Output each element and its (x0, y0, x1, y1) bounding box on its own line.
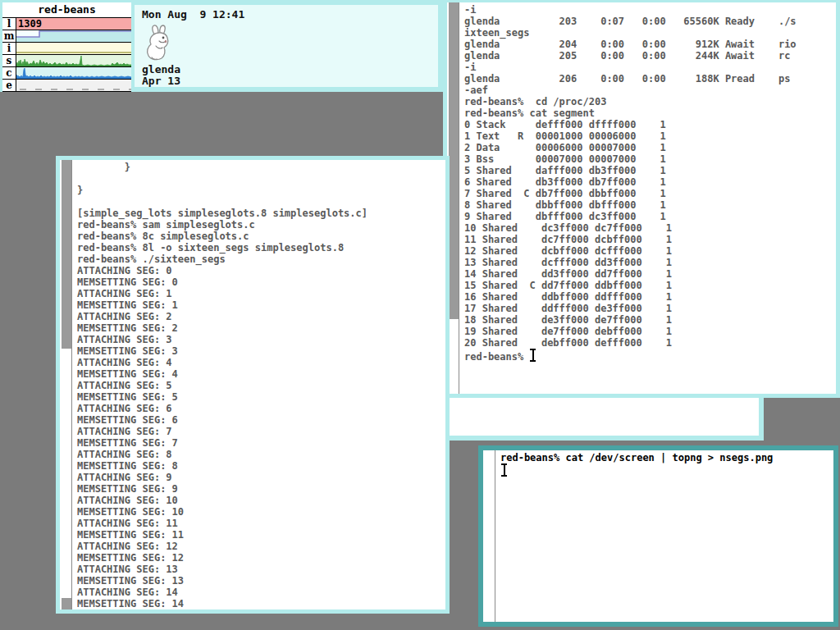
clock-window-content: Mon Aug 9 12:41 g (135, 5, 438, 87)
context-graph (16, 67, 131, 79)
stats-row-ether: e (2, 80, 131, 92)
proc-terminal-text[interactable]: -iglenda 203 0:07 0:00 65560K Ready ./si… (459, 2, 836, 394)
mem-graph-svg (16, 30, 131, 42)
context-graph-svg (16, 67, 131, 79)
screenshot-terminal-window[interactable]: red-beans% cat /dev/screen | topng > nse… (478, 445, 838, 627)
proc-terminal: -iglenda 203 0:07 0:00 65560K Ready ./si… (447, 2, 836, 394)
proc-scrollbar[interactable] (449, 2, 459, 394)
stats-row-syscall: s (2, 55, 131, 67)
compile-terminal: }}[simple_seg_lots simpleseglots.8 simpl… (60, 160, 445, 609)
clock-window[interactable]: Mon Aug 9 12:41 g (130, 0, 443, 92)
stats-label-syscall: s (2, 55, 16, 66)
compile-scrollbar-thumb[interactable] (62, 349, 71, 598)
stats-row-mem: m (2, 30, 131, 43)
proc-terminal-window[interactable]: -iglenda 203 0:07 0:00 65560K Ready ./si… (443, 0, 840, 398)
clock-datetime: Mon Aug 9 12:41 (142, 8, 244, 21)
ether-graph (16, 80, 131, 91)
intr-graph-svg (16, 43, 131, 54)
stats-label-mem: m (2, 30, 16, 42)
face-user-label: glenda (142, 63, 180, 75)
screenshot-terminal: red-beans% cat /dev/screen | topng > nse… (483, 450, 833, 622)
stats-label-context: c (2, 67, 16, 79)
mem-graph (16, 30, 131, 42)
text-cursor (501, 463, 507, 477)
syscall-graph-svg (16, 55, 131, 66)
stats-row-context: c (2, 67, 131, 80)
stats-window[interactable]: red-beans l 1309 m i (0, 0, 134, 92)
text-cursor (530, 349, 536, 362)
stats-graph-stack: l 1309 m i (2, 17, 131, 92)
screenshot-terminal-text[interactable]: red-beans% cat /dev/screen | topng > nse… (495, 450, 833, 622)
compile-terminal-window[interactable]: }}[simple_seg_lots simpleseglots.8 simpl… (56, 156, 450, 614)
proc-scrollbar-thumb[interactable] (449, 319, 459, 394)
glenda-bunny-icon (141, 25, 180, 66)
plan9-desktop: red-beans l 1309 m i (0, 0, 840, 630)
stats-label-load: l (2, 18, 16, 30)
stats-label-intr: i (2, 43, 16, 54)
syscall-graph (16, 55, 131, 66)
stats-row-load: l 1309 (2, 18, 131, 30)
stats-label-ether: e (2, 80, 16, 91)
load-graph: 1309 (16, 18, 131, 30)
face-date-label: Apr 13 (142, 75, 180, 87)
stats-row-intr: i (2, 43, 131, 55)
intr-graph (16, 43, 131, 54)
stats-hostname-title: red-beans (2, 2, 131, 17)
ether-graph-svg (16, 80, 131, 91)
compile-scrollbar[interactable] (62, 160, 72, 609)
load-value: 1309 (18, 18, 42, 30)
screenshot-scrollbar[interactable] (485, 450, 495, 622)
compile-terminal-text[interactable]: }}[simple_seg_lots simpleseglots.8 simpl… (72, 160, 445, 609)
